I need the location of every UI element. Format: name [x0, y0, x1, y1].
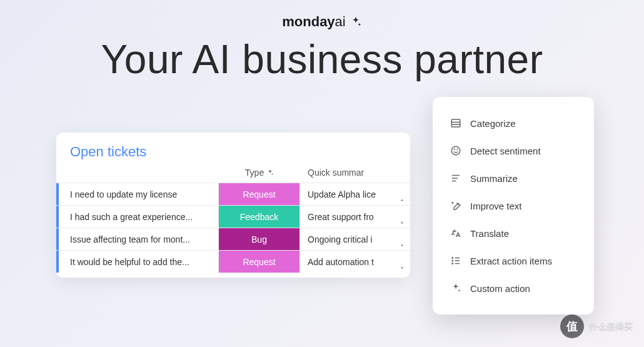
ticket-type-badge: Request	[219, 183, 300, 205]
translate-icon	[450, 228, 461, 239]
sparkle-icon	[266, 169, 274, 176]
action-sparkle[interactable]: Custom action	[439, 274, 588, 302]
table-row[interactable]: I need to update my license Request Upda…	[56, 183, 410, 205]
watermark: 值 什么值得买	[560, 314, 633, 338]
sparkle-icon	[399, 219, 405, 228]
tickets-title: Open tickets	[56, 144, 410, 168]
sparkle-icon	[450, 283, 461, 294]
brand-name: monday	[282, 14, 335, 29]
action-extract[interactable]: Extract action items	[439, 247, 588, 274]
tickets-card: Open tickets Type Quick summar I need to…	[56, 133, 410, 278]
action-summarize[interactable]: Summarize	[439, 164, 588, 192]
svg-point-4	[454, 149, 455, 149]
header-type: Type	[219, 168, 300, 178]
ticket-type-badge: Bug	[219, 228, 300, 250]
ticket-subject: I had such a great experience...	[56, 206, 219, 228]
extract-icon	[450, 255, 461, 266]
sentiment-icon	[450, 145, 461, 156]
ticket-type-badge: Request	[219, 251, 300, 273]
svg-point-11	[452, 263, 453, 264]
svg-point-9	[452, 258, 453, 259]
sparkle-icon	[350, 16, 362, 28]
table-row[interactable]: I had such a great experience... Feedbac…	[56, 205, 410, 228]
svg-point-5	[457, 149, 458, 149]
action-improve[interactable]: Improve text	[439, 192, 588, 219]
header-subject	[56, 168, 219, 178]
table-row[interactable]: Issue affecting team for mont... Bug Ong…	[56, 228, 410, 250]
tickets-headers: Type Quick summar	[56, 168, 410, 183]
header-summary: Quick summar	[300, 168, 410, 178]
action-label: Categorize	[470, 118, 516, 129]
sparkle-icon	[399, 196, 405, 205]
improve-icon	[450, 200, 461, 211]
brand-logo: mondayai	[282, 14, 361, 30]
actions-menu: Categorize Detect sentiment Summarize Im…	[433, 97, 594, 314]
ticket-summary: Great support fro	[300, 206, 410, 228]
action-categorize[interactable]: Categorize	[439, 109, 588, 137]
svg-point-3	[451, 146, 460, 155]
ticket-summary: Update Alpha lice	[300, 183, 410, 205]
ticket-subject: It would be helpful to add the...	[56, 251, 219, 273]
action-label: Custom action	[470, 283, 530, 294]
action-label: Improve text	[470, 201, 522, 211]
header-type-label: Type	[245, 168, 264, 178]
brand-suffix: ai	[335, 14, 346, 29]
categorize-icon	[450, 118, 461, 129]
svg-rect-0	[451, 119, 460, 127]
header: mondayai	[0, 0, 644, 30]
action-label: Detect sentiment	[470, 146, 541, 156]
sparkle-icon	[399, 241, 405, 250]
watermark-badge: 值	[560, 314, 584, 338]
action-translate[interactable]: Translate	[439, 219, 588, 247]
ticket-type-badge: Feedback	[219, 206, 300, 228]
svg-point-10	[452, 260, 453, 261]
ticket-summary: Ongoing critical i	[300, 228, 410, 250]
sparkle-icon	[399, 264, 405, 273]
ticket-subject: Issue affecting team for mont...	[56, 228, 219, 250]
hero-title: Your AI business partner	[0, 36, 644, 83]
action-label: Summarize	[470, 173, 518, 184]
action-label: Extract action items	[470, 256, 552, 266]
ticket-subject: I need to update my license	[56, 183, 219, 205]
action-label: Translate	[470, 228, 509, 239]
ticket-summary: Add automation t	[300, 251, 410, 273]
table-row[interactable]: It would be helpful to add the... Reques…	[56, 250, 410, 273]
action-sentiment[interactable]: Detect sentiment	[439, 137, 588, 164]
summarize-icon	[450, 173, 461, 184]
watermark-text: 什么值得买	[589, 321, 633, 332]
